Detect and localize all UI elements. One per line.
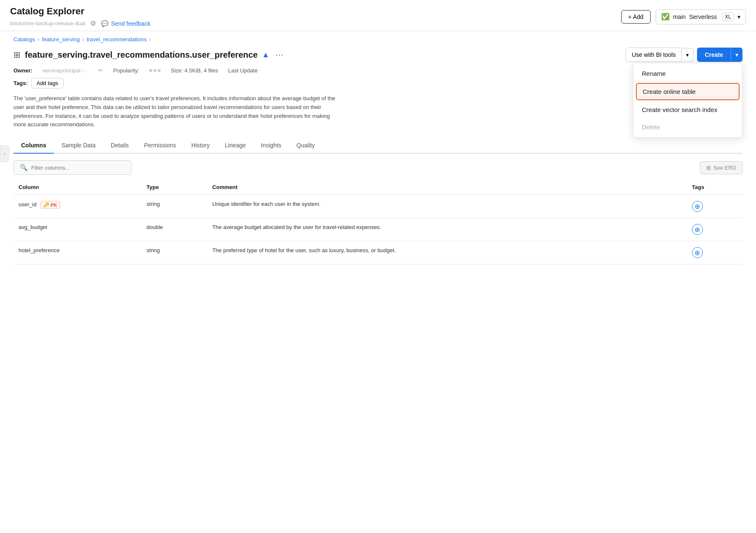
- col-tags-hotel-preference: ⊕: [687, 241, 743, 264]
- add-tags-button[interactable]: Add tags: [31, 78, 64, 88]
- cluster-name: main: [673, 13, 686, 20]
- cluster-type: Serverless: [689, 13, 717, 20]
- filter-columns-input[interactable]: [31, 165, 125, 171]
- key-icon: 🔑: [43, 202, 49, 208]
- context-menu-create-online-table[interactable]: Create online table: [636, 83, 740, 100]
- erd-icon: ⊞: [706, 165, 711, 171]
- size-info: Size: 4.5KiB, 4 files: [171, 67, 218, 74]
- col-name-avg-budget: avg_budget: [13, 218, 142, 241]
- breadcrumb-catalogs[interactable]: Catalogs: [13, 36, 35, 43]
- col-header-column: Column: [13, 180, 142, 195]
- tab-permissions[interactable]: Permissions: [137, 138, 184, 154]
- send-feedback-button[interactable]: 💬 Send feedback: [101, 20, 150, 27]
- use-bi-label: Use with BI tools: [632, 51, 676, 58]
- tab-insights[interactable]: Insights: [253, 138, 289, 154]
- top-bar: Catalog Explorer brickstore-backup-relea…: [0, 0, 756, 31]
- popularity-label: Popularity:: [113, 67, 139, 74]
- use-bi-dropdown-button[interactable]: ▾: [682, 48, 694, 62]
- col-tags-user-id: ⊕: [687, 195, 743, 218]
- entity-name: feature_serving.travel_recommendations.u…: [25, 50, 257, 60]
- breadcrumb-travel-recommendations[interactable]: travel_recommendations: [87, 36, 147, 43]
- cluster-chevron-icon: ▾: [737, 13, 740, 20]
- owner-label: Owner:: [13, 67, 32, 74]
- edit-owner-icon[interactable]: ✏: [98, 67, 103, 74]
- context-menu-delete: Delete: [633, 118, 742, 136]
- gear-icon[interactable]: ⚙: [90, 19, 96, 27]
- add-label: + Add: [628, 13, 643, 20]
- table-row: avg_budget double The average budget all…: [13, 218, 743, 241]
- delta-icon: ▲: [262, 51, 269, 59]
- entity-left: ⊞ feature_serving.travel_recommendations…: [13, 50, 285, 60]
- feedback-chat-icon: 💬: [101, 20, 108, 27]
- table-row: user_id 🔑 PK string Unique identifier fo…: [13, 195, 743, 218]
- workspace-text: brickstore-backup-release-dual: [10, 20, 85, 27]
- add-button[interactable]: + Add: [621, 10, 651, 24]
- popularity-dots: [149, 69, 161, 72]
- pk-badge: 🔑 PK: [40, 201, 60, 209]
- context-menu: Rename Create online table Create vector…: [633, 63, 743, 138]
- col-header-comment: Comment: [207, 180, 687, 195]
- filter-row: 🔍 ⊞ See ERD: [13, 154, 743, 180]
- col-type-user-id: string: [142, 195, 207, 218]
- owner-value: serviceprincipal:···: [43, 67, 86, 74]
- breadcrumb-sep-1: ›: [38, 36, 39, 43]
- use-bi-button[interactable]: Use with BI tools: [625, 48, 682, 62]
- col-type-avg-budget: double: [142, 218, 207, 241]
- tab-details[interactable]: Details: [103, 138, 137, 154]
- entity-header: ⊞ feature_serving.travel_recommendations…: [13, 48, 743, 62]
- col-name-hotel-preference: hotel_preference: [13, 241, 142, 264]
- col-type-hotel-preference: string: [142, 241, 207, 264]
- top-bar-right: + Add ✅ main Serverless XL ▾: [621, 9, 746, 24]
- breadcrumb-sep-2: ›: [82, 36, 84, 43]
- table-row: hotel_preference string The preferred ty…: [13, 241, 743, 264]
- tab-lineage[interactable]: Lineage: [217, 138, 253, 154]
- context-menu-create-vector-search[interactable]: Create vector search index: [633, 101, 742, 118]
- add-tag-avg-budget-button[interactable]: ⊕: [692, 224, 703, 235]
- col-name-user-id: user_id 🔑 PK: [13, 195, 142, 218]
- search-icon: 🔍: [20, 164, 28, 171]
- sidebar-toggle[interactable]: ›: [0, 145, 9, 162]
- breadcrumb-sep-3: ›: [149, 36, 151, 43]
- add-tag-user-id-button[interactable]: ⊕: [692, 201, 703, 212]
- dot-2: [153, 69, 156, 72]
- col-comment-avg-budget: The average budget allocated by the user…: [207, 218, 687, 241]
- tab-history[interactable]: History: [184, 138, 217, 154]
- add-tags-label: Add tags: [37, 80, 58, 86]
- see-erd-button[interactable]: ⊞ See ERD: [700, 161, 743, 174]
- more-options-button[interactable]: ⋯: [273, 50, 285, 60]
- use-bi-chevron-icon: ▾: [686, 52, 689, 58]
- entity-description: The 'user_preference' table contains dat…: [13, 94, 342, 129]
- col-comment-hotel-preference: The preferred type of hotel for the user…: [207, 241, 687, 264]
- col-header-type: Type: [142, 180, 207, 195]
- create-dropdown-button[interactable]: ▾: [731, 48, 743, 62]
- create-label: Create: [705, 51, 723, 58]
- col-header-tags: Tags: [687, 180, 743, 195]
- tab-sample-data[interactable]: Sample Data: [54, 138, 103, 154]
- main-content: › ⊞ feature_serving.travel_recommendatio…: [0, 43, 756, 264]
- add-tag-hotel-preference-button[interactable]: ⊕: [692, 247, 703, 258]
- entity-actions: Use with BI tools ▾ Create ▾: [625, 48, 743, 62]
- cluster-size: XL: [722, 13, 734, 21]
- tab-columns[interactable]: Columns: [13, 138, 54, 154]
- dot-3: [158, 69, 161, 72]
- breadcrumb-feature-serving[interactable]: feature_serving: [42, 36, 80, 43]
- filter-input-wrap: 🔍: [13, 160, 131, 175]
- tabs-bar: Columns Sample Data Details Permissions …: [13, 138, 743, 154]
- top-bar-left: Catalog Explorer brickstore-backup-relea…: [10, 6, 150, 27]
- last-updated: Last Update: [228, 67, 257, 74]
- cluster-check-icon: ✅: [661, 13, 670, 21]
- table-icon: ⊞: [13, 50, 21, 60]
- tags-label: Tags:: [13, 80, 28, 86]
- col-tags-avg-budget: ⊕: [687, 218, 743, 241]
- breadcrumb: Catalogs › feature_serving › travel_reco…: [0, 31, 756, 43]
- context-menu-rename[interactable]: Rename: [633, 65, 742, 82]
- dot-1: [149, 69, 152, 72]
- cluster-selector[interactable]: ✅ main Serverless XL ▾: [656, 9, 746, 24]
- columns-table: Column Type Comment Tags user_id 🔑 PK st…: [13, 180, 743, 264]
- col-comment-user-id: Unique identifier for each user in the s…: [207, 195, 687, 218]
- create-button[interactable]: Create: [697, 48, 731, 62]
- feedback-label: Send feedback: [111, 20, 150, 27]
- tab-quality[interactable]: Quality: [289, 138, 323, 154]
- sub-bar: brickstore-backup-release-dual ⚙ 💬 Send …: [10, 19, 150, 27]
- see-erd-label: See ERD: [713, 165, 736, 171]
